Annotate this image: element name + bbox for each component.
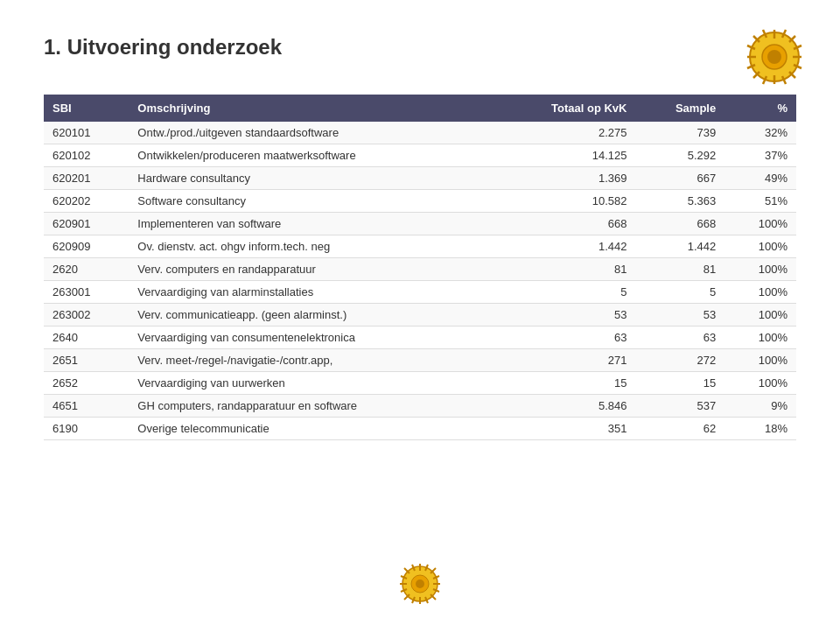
cell-totaal: 14.125 <box>493 144 635 167</box>
cell-sample: 62 <box>635 418 724 440</box>
cell-omschrijving: Hardware consultancy <box>129 167 493 190</box>
cell-totaal: 1.442 <box>493 235 635 258</box>
cell-omschrijving: Vervaardiging van consumentenelektronica <box>129 327 493 349</box>
table-row: 263001Vervaardiging van alarminstallatie… <box>44 281 796 304</box>
table-row: 620101Ontw./prod./uitgeven standaardsoft… <box>44 122 796 144</box>
cell-sbi: 2640 <box>44 327 129 349</box>
cell-omschrijving: Ontwikkelen/produceren maatwerksoftware <box>129 144 493 167</box>
cell-omschrijving: Software consultancy <box>129 190 493 213</box>
cell-omschrijving: Vervaardiging van alarminstallaties <box>129 281 493 304</box>
cell-sample: 272 <box>635 349 724 372</box>
cell-totaal: 10.582 <box>493 190 635 213</box>
cell-totaal: 271 <box>493 349 635 372</box>
cell-sample: 5.363 <box>635 190 724 213</box>
col-totaal: Totaal op KvK <box>493 95 635 122</box>
table-header-row: SBI Omschrijving Totaal op KvK Sample % <box>44 95 796 122</box>
cell-omschrijving: Ontw./prod./uitgeven standaardsoftware <box>129 122 493 144</box>
cell-sample: 667 <box>635 167 724 190</box>
page-title: 1. Uitvoering onderzoek <box>44 35 796 60</box>
cell-totaal: 2.275 <box>493 122 635 144</box>
table-row: 6190Overige telecommunicatie3516218% <box>44 418 796 440</box>
cell-sbi: 2651 <box>44 349 129 372</box>
cell-sample: 5.292 <box>635 144 724 167</box>
table-row: 263002Verv. communicatieapp. (geen alarm… <box>44 304 796 327</box>
cell-pct: 100% <box>724 235 796 258</box>
table-row: 620901Implementeren van software66866810… <box>44 213 796 235</box>
col-sbi: SBI <box>44 95 129 122</box>
table-row: 620102Ontwikkelen/produceren maatwerksof… <box>44 144 796 167</box>
col-sample: Sample <box>635 95 724 122</box>
cell-sbi: 4651 <box>44 395 129 418</box>
cell-omschrijving: Verv. computers en randapparatuur <box>129 258 493 281</box>
cell-sbi: 620102 <box>44 144 129 167</box>
page: 1. Uitvoering onderzoek SBI Omschrijving… <box>0 0 840 632</box>
cell-sample: 5 <box>635 281 724 304</box>
cell-sample: 739 <box>635 122 724 144</box>
cell-sbi: 620901 <box>44 213 129 235</box>
cell-pct: 49% <box>724 167 796 190</box>
svg-point-18 <box>767 50 781 64</box>
logo-top <box>744 26 805 88</box>
cell-sbi: 620202 <box>44 190 129 213</box>
table-row: 2651Verv. meet-/regel-/navigatie-/contr.… <box>44 349 796 372</box>
cell-omschrijving: Verv. communicatieapp. (geen alarminst.) <box>129 304 493 327</box>
cell-omschrijving: Implementeren van software <box>129 213 493 235</box>
cell-omschrijving: Overige telecommunicatie <box>129 418 493 440</box>
cell-totaal: 1.369 <box>493 167 635 190</box>
table-row: 2652Vervaardiging van uurwerken1515100% <box>44 372 796 395</box>
cell-pct: 32% <box>724 122 796 144</box>
cell-pct: 100% <box>724 372 796 395</box>
svg-point-37 <box>416 579 424 588</box>
cell-sample: 81 <box>635 258 724 281</box>
cell-pct: 51% <box>724 190 796 213</box>
cell-sample: 53 <box>635 304 724 327</box>
col-pct: % <box>724 95 796 122</box>
cell-pct: 100% <box>724 213 796 235</box>
cell-sample: 63 <box>635 327 724 349</box>
cell-sbi: 620201 <box>44 167 129 190</box>
cell-pct: 100% <box>724 349 796 372</box>
cell-omschrijving: Vervaardiging van uurwerken <box>129 372 493 395</box>
table-row: 620201Hardware consultancy1.36966749% <box>44 167 796 190</box>
cell-pct: 100% <box>724 281 796 304</box>
col-omschrijving: Omschrijving <box>129 95 493 122</box>
cell-pct: 9% <box>724 395 796 418</box>
cell-sbi: 263002 <box>44 304 129 327</box>
cell-totaal: 53 <box>493 304 635 327</box>
cell-totaal: 5.846 <box>493 395 635 418</box>
table-row: 2620Verv. computers en randapparatuur818… <box>44 258 796 281</box>
cell-sbi: 2620 <box>44 258 129 281</box>
cell-pct: 100% <box>724 258 796 281</box>
cell-sbi: 620909 <box>44 235 129 258</box>
cell-totaal: 668 <box>493 213 635 235</box>
logo-bottom <box>398 562 442 606</box>
cell-sbi: 263001 <box>44 281 129 304</box>
data-table: SBI Omschrijving Totaal op KvK Sample % … <box>44 95 796 440</box>
cell-sample: 1.442 <box>635 235 724 258</box>
cell-pct: 100% <box>724 304 796 327</box>
cell-sample: 668 <box>635 213 724 235</box>
cell-totaal: 351 <box>493 418 635 440</box>
cell-totaal: 63 <box>493 327 635 349</box>
cell-sample: 15 <box>635 372 724 395</box>
table-row: 2640Vervaardiging van consumentenelektro… <box>44 327 796 349</box>
cell-pct: 18% <box>724 418 796 440</box>
cell-totaal: 5 <box>493 281 635 304</box>
cell-totaal: 15 <box>493 372 635 395</box>
cell-totaal: 81 <box>493 258 635 281</box>
cell-sbi: 6190 <box>44 418 129 440</box>
table-row: 620202Software consultancy10.5825.36351% <box>44 190 796 213</box>
cell-omschrijving: Ov. dienstv. act. ohgv inform.tech. neg <box>129 235 493 258</box>
cell-pct: 100% <box>724 327 796 349</box>
cell-sbi: 2652 <box>44 372 129 395</box>
cell-sample: 537 <box>635 395 724 418</box>
cell-omschrijving: Verv. meet-/regel-/navigatie-/contr.app, <box>129 349 493 372</box>
table-row: 4651GH computers, randapparatuur en soft… <box>44 395 796 418</box>
cell-omschrijving: GH computers, randapparatuur en software <box>129 395 493 418</box>
table-row: 620909Ov. dienstv. act. ohgv inform.tech… <box>44 235 796 258</box>
cell-sbi: 620101 <box>44 122 129 144</box>
cell-pct: 37% <box>724 144 796 167</box>
